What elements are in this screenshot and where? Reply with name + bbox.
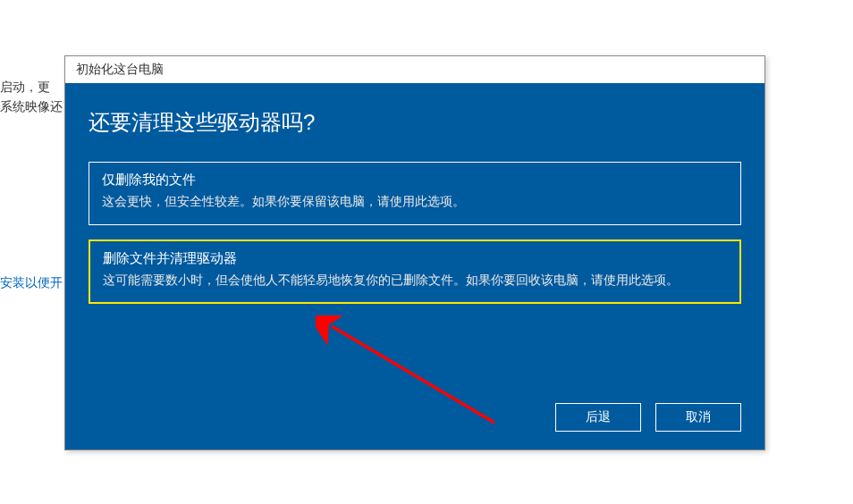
dialog-body: 还要清理这些驱动器吗? 仅删除我的文件 这会更快，但安全性较差。如果你要保留该电… [65,83,764,449]
cancel-button[interactable]: 取消 [655,403,741,432]
back-button[interactable]: 后退 [555,403,641,432]
option-just-remove-files[interactable]: 仅删除我的文件 这会更快，但安全性较差。如果你要保留该电脑，请使用此选项。 [89,162,741,225]
dialog-actions: 后退 取消 [555,403,741,432]
reset-pc-dialog: 初始化这台电脑 还要清理这些驱动器吗? 仅删除我的文件 这会更快，但安全性较差。… [64,55,765,450]
svg-line-0 [332,326,494,423]
option-clean-drive-desc: 这可能需要数小时，但会使他人不能轻易地恢复你的已删除文件。如果你要回收该电脑，请… [103,271,727,290]
background-text-line2: 系统映像还 [0,97,63,116]
dialog-heading: 还要清理这些驱动器吗? [89,108,741,137]
annotation-arrow-icon [316,315,512,432]
background-text-line1: 启动，更 [0,77,50,97]
dialog-titlebar: 初始化这台电脑 [65,56,764,83]
dialog-title: 初始化这台电脑 [76,63,164,76]
option-just-remove-files-desc: 这会更快，但安全性较差。如果你要保留该电脑，请使用此选项。 [102,192,728,212]
option-just-remove-files-title: 仅删除我的文件 [102,172,728,189]
background-link[interactable]: 安装以便开 [0,275,63,291]
option-clean-drive[interactable]: 删除文件并清理驱动器 这可能需要数小时，但会使他人不能轻易地恢复你的已删除文件。… [89,239,741,305]
option-clean-drive-title: 删除文件并清理驱动器 [103,250,727,267]
